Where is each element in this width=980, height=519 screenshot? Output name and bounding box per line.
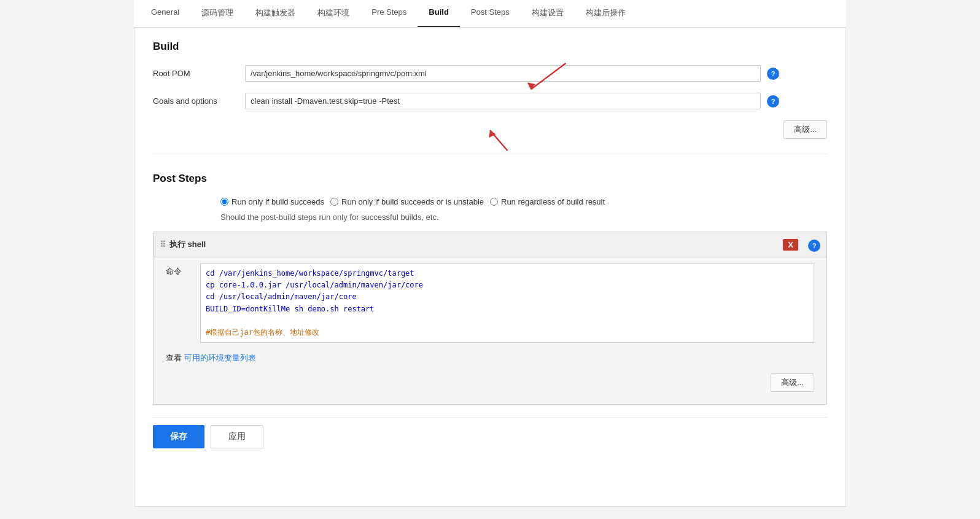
- section-divider: [153, 154, 827, 154]
- goals-help-icon[interactable]: ?: [767, 95, 779, 107]
- shell-advanced-button[interactable]: 高级...: [771, 373, 814, 392]
- footer-buttons: 保存 应用: [153, 417, 827, 456]
- goals-input[interactable]: [245, 93, 761, 109]
- shell-title: ⠿ 执行 shell: [160, 239, 206, 250]
- root-pom-row: Root POM ?: [153, 65, 827, 82]
- shell-close-button[interactable]: X: [783, 239, 798, 251]
- radio-label-3: Run regardless of build result: [501, 197, 605, 206]
- code-line-2: cp core-1.0.0.jar /usr/local/admin/maven…: [206, 279, 809, 291]
- tab-settings[interactable]: 构建设置: [521, 0, 575, 27]
- tab-general[interactable]: General: [140, 0, 190, 27]
- cmd-label: 命令: [166, 263, 190, 277]
- post-steps-title: Post Steps: [153, 173, 827, 185]
- radio-option-3[interactable]: Run regardless of build result: [490, 197, 605, 206]
- shell-body: 命令 cd /var/jenkins_home/workspace/spring…: [154, 257, 826, 404]
- root-pom-input[interactable]: [245, 65, 761, 82]
- radio-label-2: Run only if build succeeds or is unstabl…: [341, 197, 484, 206]
- goals-row: Goals and options ?: [153, 93, 827, 109]
- code-line-3: cd /usr/local/admin/maven/jar/core: [206, 291, 809, 303]
- save-button[interactable]: 保存: [153, 425, 204, 448]
- radio-input-2[interactable]: [330, 198, 338, 206]
- shell-header: ⠿ 执行 shell X ?: [154, 232, 826, 257]
- root-pom-help-icon[interactable]: ?: [767, 68, 779, 80]
- content-area: Build Root POM ? Goals and options ? 高级.…: [134, 28, 846, 507]
- shell-title-text: 执行 shell: [169, 239, 206, 250]
- drag-handle-icon[interactable]: ⠿: [160, 240, 166, 249]
- build-advanced-row: 高级...: [153, 120, 827, 139]
- code-line-1: cd /var/jenkins_home/workspace/springmvc…: [206, 268, 809, 279]
- shell-block: ⠿ 执行 shell X ? 命令 cd /var/jenkins_home/w…: [153, 232, 827, 405]
- build-section-title: Build: [153, 41, 827, 53]
- code-line-5: [206, 315, 809, 327]
- tab-poststeps[interactable]: Post Steps: [460, 0, 521, 27]
- root-pom-label: Root POM: [153, 65, 245, 78]
- shell-advanced-row: 高级...: [166, 373, 814, 392]
- code-block[interactable]: cd /var/jenkins_home/workspace/springmvc…: [200, 263, 814, 343]
- radio-option-1[interactable]: Run only if build succeeds: [220, 197, 324, 206]
- svg-marker-1: [527, 82, 535, 89]
- radio-input-1[interactable]: [220, 198, 228, 206]
- apply-button[interactable]: 应用: [211, 425, 263, 448]
- tab-presteps[interactable]: Pre Steps: [360, 0, 418, 27]
- tab-source[interactable]: 源码管理: [190, 0, 244, 27]
- tab-bar: General 源码管理 构建触发器 构建环境 Pre Steps Build …: [134, 0, 846, 28]
- radio-label-1: Run only if build succeeds: [231, 197, 324, 206]
- shell-help-icon[interactable]: ?: [808, 240, 820, 252]
- radio-input-3[interactable]: [490, 198, 498, 206]
- env-link-prefix: 查看: [166, 353, 184, 362]
- tab-postops[interactable]: 构建后操作: [575, 0, 637, 27]
- hint-text: Should the post-build steps run only for…: [220, 213, 827, 222]
- post-steps-section: Post Steps Run only if build succeeds Ru…: [153, 173, 827, 405]
- tab-trigger[interactable]: 构建触发器: [244, 0, 306, 27]
- shell-header-right: X ?: [783, 237, 820, 252]
- env-link[interactable]: 可用的环境变量列表: [184, 353, 256, 362]
- code-line-6: #根据自己jar包的名称、地址修改: [206, 327, 809, 338]
- code-line-4: BUILD_ID=dontKillMe sh demo.sh restart: [206, 303, 809, 315]
- goals-label: Goals and options: [153, 93, 245, 106]
- tab-build[interactable]: Build: [418, 0, 460, 27]
- tab-env[interactable]: 构建环境: [306, 0, 360, 27]
- cmd-row: 命令 cd /var/jenkins_home/workspace/spring…: [166, 263, 814, 343]
- radio-group: Run only if build succeeds Run only if b…: [220, 197, 827, 206]
- build-advanced-button[interactable]: 高级...: [784, 120, 827, 139]
- env-link-row: 查看 可用的环境变量列表: [166, 353, 814, 364]
- radio-option-2[interactable]: Run only if build succeeds or is unstabl…: [330, 197, 484, 206]
